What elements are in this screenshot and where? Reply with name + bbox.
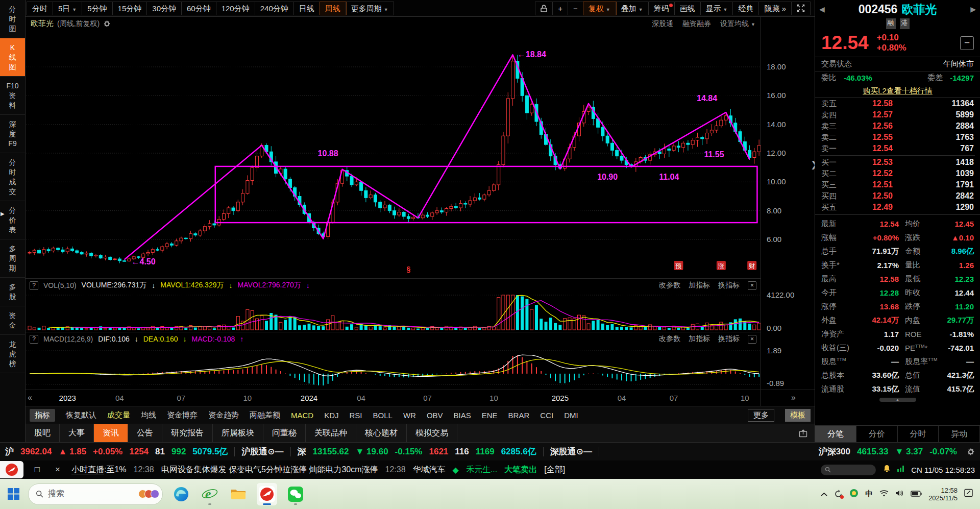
remove-watchlist-button[interactable]: −: [960, 36, 974, 50]
index-item[interactable]: 沪股通⊙—: [241, 446, 283, 457]
tool-button-复权[interactable]: 复权▼: [583, 2, 616, 15]
ie-green-browser-icon[interactable]: e: [200, 483, 220, 505]
index-item[interactable]: 深股通⊙—: [550, 446, 592, 457]
indicator-more-button[interactable]: 更多: [748, 409, 774, 422]
order-book-row[interactable]: 卖一12.54767: [815, 143, 980, 154]
taskbar-search-input[interactable]: 搜索: [28, 483, 163, 505]
indicator-两融差额[interactable]: 两融差额: [250, 410, 280, 420]
indicator-DMI[interactable]: DMI: [564, 411, 578, 420]
indicator-template-button[interactable]: 模板: [785, 409, 811, 422]
ime-indicator[interactable]: 中: [865, 489, 873, 499]
sidebar-item-zijin[interactable]: 资金: [0, 306, 25, 335]
volume-chart[interactable]: 4122.000.00: [26, 292, 815, 332]
panel-export-icon[interactable]: [799, 429, 807, 438]
index-item[interactable]: ▼ 3.37: [895, 447, 923, 457]
period-button-分时[interactable]: 分时: [27, 2, 53, 15]
help-icon[interactable]: ?: [30, 281, 38, 290]
tab-所属板块[interactable]: 所属板块: [213, 424, 263, 442]
order-book-row[interactable]: 卖二12.551763: [815, 132, 980, 143]
period-button-15分钟[interactable]: 15分钟: [113, 2, 148, 15]
filter-all[interactable]: [全部]: [544, 465, 565, 475]
sidebar-item-longhubang[interactable]: 龙虎榜: [0, 335, 25, 373]
volume-icon[interactable]: [895, 490, 904, 499]
indicator-RSI[interactable]: RSI: [350, 411, 362, 420]
next-stock-icon[interactable]: ▶: [970, 5, 976, 13]
index-item[interactable]: 81: [155, 447, 165, 457]
sidebar-item-fenjiabiao[interactable]: 分价表: [0, 201, 25, 239]
index-item[interactable]: 3962.04: [20, 447, 52, 457]
indicator-menu-button[interactable]: 指标: [30, 409, 55, 422]
period-button-更多周期[interactable]: 更多周期▼: [346, 2, 394, 15]
tool-button-+[interactable]: +: [553, 2, 568, 15]
close-button[interactable]: ×: [51, 465, 64, 475]
news-search-input[interactable]: [821, 465, 876, 475]
quote-tab-分笔[interactable]: 分笔: [815, 426, 856, 442]
macd-link-加指标[interactable]: 加指标: [689, 334, 710, 344]
news-headline[interactable]: 电网设备集体爆发 保变电气5分钟拉涨停 灿能电力30cm涨停: [161, 465, 378, 475]
panel-collapse-handle[interactable]: ▲: [815, 396, 980, 403]
stock-flash-name[interactable]: 禾元生...: [466, 465, 497, 475]
wifi-icon[interactable]: [879, 490, 889, 499]
tab-模拟交易[interactable]: 模拟交易: [407, 424, 457, 442]
indicator-资金趋势[interactable]: 资金趋势: [208, 410, 239, 420]
tab-核心题材[interactable]: 核心题材: [356, 424, 407, 442]
bell-icon[interactable]: [883, 465, 891, 475]
period-button-5分钟[interactable]: 5分钟: [82, 2, 112, 15]
period-button-30分钟[interactable]: 30分钟: [147, 2, 182, 15]
index-item[interactable]: 5079.5亿: [192, 446, 228, 457]
indicator-BRAR[interactable]: BRAR: [508, 411, 530, 420]
indicator-BOLL[interactable]: BOLL: [373, 411, 393, 420]
index-item[interactable]: ▲ 1.85: [58, 447, 86, 457]
index-item[interactable]: 6285.6亿: [501, 446, 536, 457]
order-book-row[interactable]: 买三12.511791: [815, 179, 980, 190]
period-button-日线[interactable]: 日线: [294, 2, 320, 15]
tab-股吧[interactable]: 股吧: [26, 424, 60, 442]
index-item[interactable]: 1621: [429, 447, 448, 457]
main-candle-chart[interactable]: 18.0016.0014.0012.0010.008.006.00←4.5010…: [26, 31, 815, 278]
file-explorer-icon[interactable]: [228, 483, 249, 505]
news-headline[interactable]: 华域汽车: [413, 465, 446, 475]
l2-link[interactable]: 购买L2查看十档行情: [863, 86, 933, 96]
index-item[interactable]: +0.05%: [93, 447, 122, 457]
order-book-row[interactable]: 卖三12.562884: [815, 120, 980, 132]
sidebar-expander-icon[interactable]: ▶: [1, 211, 5, 216]
tool-button-显示[interactable]: 显示▼: [701, 2, 733, 15]
quote-tab-异动[interactable]: 异动: [939, 426, 980, 442]
search-highlight-icons[interactable]: [141, 490, 159, 498]
taskbar-clock[interactable]: 12:582025/11/5: [928, 487, 958, 502]
indicator-ENE[interactable]: ENE: [482, 411, 498, 420]
indicator-均线[interactable]: 均线: [141, 410, 156, 420]
quote-tab-分价[interactable]: 分价: [856, 426, 898, 442]
lock-open-icon[interactable]: [535, 2, 553, 15]
help-icon[interactable]: ?: [30, 335, 38, 344]
ticker-lead[interactable]: 小时直播:至1%: [71, 465, 127, 475]
order-book-row[interactable]: 买一12.531418: [815, 157, 980, 168]
security-tray-icon[interactable]: [849, 489, 859, 500]
prev-stock-icon[interactable]: ◀: [819, 5, 825, 13]
index-item[interactable]: 深: [298, 446, 306, 457]
tab-研究报告[interactable]: 研究报告: [162, 424, 213, 442]
edge-browser-icon[interactable]: [171, 483, 191, 505]
period-button-5日[interactable]: 5日▼: [53, 2, 82, 15]
tab-资讯[interactable]: 资讯: [94, 424, 128, 442]
period-button-周线[interactable]: 周线: [320, 2, 346, 15]
battery-icon[interactable]: [911, 490, 922, 499]
index-item[interactable]: -0.07%: [929, 447, 957, 457]
macd-link-改参数[interactable]: 改参数: [659, 334, 680, 344]
tool-button-画线[interactable]: 画线: [675, 2, 701, 15]
period-button-120分钟[interactable]: 120分钟: [216, 2, 255, 15]
tray-expand-icon[interactable]: [821, 490, 827, 499]
scroll-left-icon[interactable]: «: [28, 393, 32, 402]
tool-button-叠加[interactable]: 叠加▼: [616, 2, 649, 15]
gear-icon[interactable]: [103, 20, 111, 28]
index-item[interactable]: 4615.33: [857, 447, 888, 457]
index-item[interactable]: 1254: [129, 447, 149, 457]
order-book-row[interactable]: 卖四12.575899: [815, 109, 980, 120]
scroll-right-icon[interactable]: »: [791, 393, 796, 402]
sidebar-item-kxiantu[interactable]: K线图: [0, 38, 25, 77]
index-item[interactable]: 992: [172, 447, 186, 457]
minimize-button[interactable]: □: [31, 465, 44, 475]
indicator-成交量[interactable]: 成交量: [107, 410, 130, 420]
tab-大事[interactable]: 大事: [60, 424, 94, 442]
vol-link-换指标[interactable]: 换指标: [718, 281, 740, 290]
